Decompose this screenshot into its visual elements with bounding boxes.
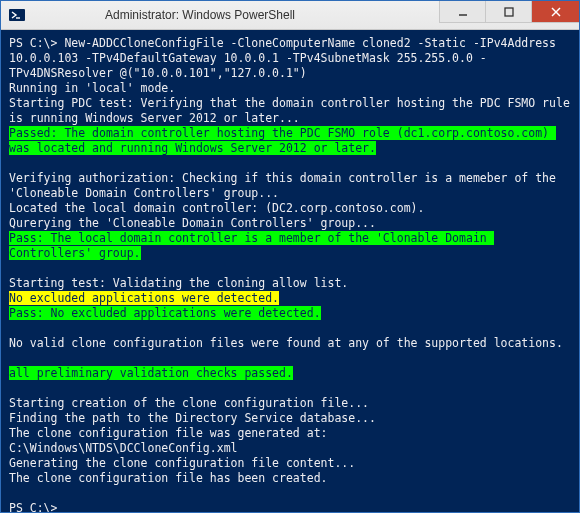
output-line: Qurerying the 'Cloneable Domain Controll… bbox=[9, 216, 571, 231]
close-button[interactable] bbox=[531, 1, 579, 23]
output-line: The clone configuration file was generat… bbox=[9, 426, 571, 441]
blank-line bbox=[9, 156, 571, 171]
titlebar[interactable]: Administrator: Windows PowerShell bbox=[1, 1, 579, 30]
pass-highlight: Pass: The local domain controller is a m… bbox=[9, 231, 494, 260]
blank-line bbox=[9, 321, 571, 336]
output-line: Starting PDC test: Verifying that the do… bbox=[9, 96, 571, 126]
output-line: Verifying authorization: Checking if thi… bbox=[9, 171, 571, 201]
output-line: Generating the clone configuration file … bbox=[9, 456, 571, 471]
console-area[interactable]: PS C:\> New-ADDCCloneConfigFile -CloneCo… bbox=[1, 30, 579, 512]
blank-line bbox=[9, 261, 571, 276]
warn-line: No excluded applications were detected. bbox=[9, 291, 571, 306]
output-line: The clone configuration file has been cr… bbox=[9, 471, 571, 486]
prompt-line: PS C:\> bbox=[9, 501, 571, 512]
prompt: PS C:\> bbox=[9, 36, 64, 50]
command-text: New-ADDCCloneConfigFile -CloneComputerNa… bbox=[9, 36, 563, 80]
powershell-window: Administrator: Windows PowerShell PS C:\… bbox=[0, 0, 580, 513]
output-line: No valid clone configuration files were … bbox=[9, 336, 571, 351]
output-line: Finding the path to the Directory Servic… bbox=[9, 411, 571, 426]
output-line: Starting test: Validating the cloning al… bbox=[9, 276, 571, 291]
output-line: Located the local domain controller: (DC… bbox=[9, 201, 571, 216]
output-line: C:\Windows\NTDS\DCCloneConfig.xml bbox=[9, 441, 571, 456]
warn-highlight: No excluded applications were detected. bbox=[9, 291, 279, 305]
output-line: Starting creation of the clone configura… bbox=[9, 396, 571, 411]
pass-line: Pass: The local domain controller is a m… bbox=[9, 231, 571, 261]
pass-highlight: Passed: The domain controller hosting th… bbox=[9, 126, 556, 155]
pass-line: all preliminary validation checks passed… bbox=[9, 366, 571, 381]
prompt: PS C:\> bbox=[9, 501, 64, 512]
svg-rect-3 bbox=[505, 8, 513, 16]
output-line: Running in 'local' mode. bbox=[9, 81, 571, 96]
window-title: Administrator: Windows PowerShell bbox=[0, 8, 439, 22]
blank-line bbox=[9, 381, 571, 396]
maximize-button[interactable] bbox=[485, 1, 531, 23]
pass-highlight: all preliminary validation checks passed… bbox=[9, 366, 293, 380]
minimize-button[interactable] bbox=[439, 1, 485, 23]
blank-line bbox=[9, 351, 571, 366]
blank-line bbox=[9, 486, 571, 501]
pass-line: Pass: No excluded applications were dete… bbox=[9, 306, 571, 321]
command-line: PS C:\> New-ADDCCloneConfigFile -CloneCo… bbox=[9, 36, 571, 81]
pass-line: Passed: The domain controller hosting th… bbox=[9, 126, 571, 156]
window-controls bbox=[439, 1, 579, 29]
pass-highlight: Pass: No excluded applications were dete… bbox=[9, 306, 321, 320]
